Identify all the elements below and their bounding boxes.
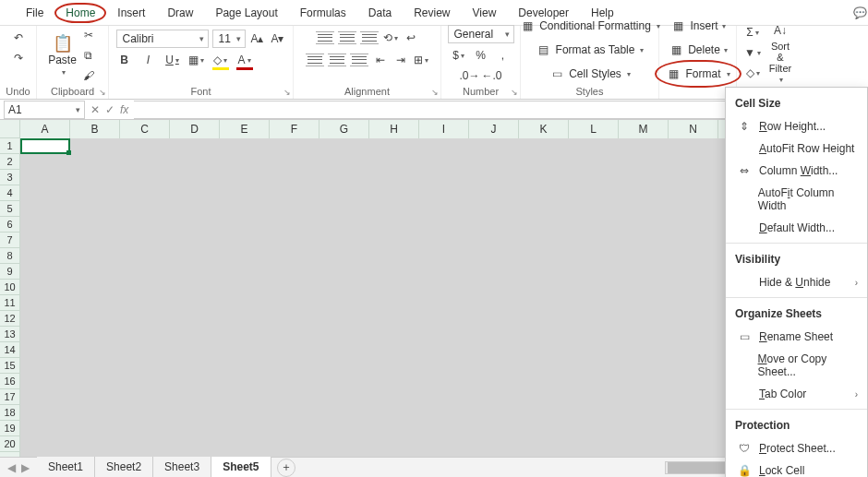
menu-column-width[interactable]: ⇔Column Width...	[726, 160, 867, 182]
font-color-button[interactable]: A▾	[236, 52, 253, 68]
comments-icon[interactable]: 💬	[851, 5, 868, 21]
increase-font-icon[interactable]: A▴	[249, 30, 266, 47]
bold-button[interactable]: B	[116, 52, 133, 68]
column-header[interactable]: G	[319, 120, 369, 138]
sheet-tab[interactable]: Sheet3	[153, 457, 211, 478]
enter-formula-icon[interactable]: ✓	[105, 103, 115, 116]
tab-home[interactable]: Home	[54, 3, 106, 23]
number-format-select[interactable]: General	[448, 25, 514, 43]
row-header[interactable]: 1	[0, 138, 19, 154]
row-header[interactable]: 9	[0, 264, 19, 280]
column-header[interactable]: M	[619, 120, 669, 138]
decrease-decimal-icon[interactable]: ←.0	[484, 67, 500, 84]
format-painter-icon[interactable]: 🖌	[80, 67, 97, 84]
column-header[interactable]: K	[519, 120, 569, 138]
column-header[interactable]: A	[20, 120, 70, 138]
column-header[interactable]: E	[220, 120, 270, 138]
sheet-tab[interactable]: Sheet1	[37, 457, 95, 478]
row-header[interactable]: 17	[0, 389, 19, 405]
menu-move-copy[interactable]: Move or Copy Sheet...	[726, 348, 867, 383]
clear-icon[interactable]: ◇▾	[744, 65, 761, 81]
row-header[interactable]: 13	[0, 327, 19, 342]
italic-button[interactable]: I	[140, 52, 157, 68]
font-size-select[interactable]: 11	[212, 30, 246, 48]
column-header[interactable]: J	[469, 120, 519, 138]
tab-page-layout[interactable]: Page Layout	[204, 1, 288, 25]
row-header[interactable]: 20	[0, 436, 19, 452]
active-cell[interactable]	[20, 138, 70, 154]
row-header[interactable]: 14	[0, 342, 19, 358]
alignment-launcher-icon[interactable]: ↘	[431, 88, 439, 97]
row-header[interactable]: 6	[0, 217, 19, 233]
insert-cells-button[interactable]: ▦Insert▾	[667, 16, 729, 36]
horizontal-align[interactable]	[306, 54, 368, 66]
row-headers[interactable]: 1234567891011121314151617181920	[0, 138, 20, 457]
undo-icon[interactable]: ↶	[10, 30, 27, 46]
row-header[interactable]: 18	[0, 405, 19, 421]
add-sheet-button[interactable]: ＋	[277, 459, 295, 477]
cancel-formula-icon[interactable]: ✕	[90, 103, 100, 116]
row-header[interactable]: 2	[0, 154, 19, 170]
column-header[interactable]: D	[170, 120, 220, 138]
merge-center-icon[interactable]: ⊞▾	[413, 52, 429, 68]
menu-default-width[interactable]: Default Width...	[726, 217, 867, 239]
menu-autofit-column[interactable]: AutoFit Column Width	[726, 182, 867, 217]
sort-filter-button[interactable]: A↓ Sort & Filter▾	[766, 22, 794, 84]
cut-icon[interactable]: ✂	[80, 27, 97, 43]
fx-icon[interactable]: fx	[120, 103, 128, 116]
tab-file[interactable]: File	[15, 1, 54, 25]
decrease-indent-icon[interactable]: ⇤	[372, 52, 389, 68]
row-header[interactable]: 11	[0, 295, 19, 311]
paste-button[interactable]: 📋 Paste ▾	[48, 35, 77, 77]
menu-hide-unhide[interactable]: Hide & Unhide›	[726, 271, 867, 293]
column-header[interactable]: C	[120, 120, 170, 138]
column-header[interactable]: I	[419, 120, 469, 138]
fill-icon[interactable]: ▼▾	[744, 44, 761, 61]
menu-rename-sheet[interactable]: ▭Rename Sheet	[726, 326, 867, 348]
column-header[interactable]: B	[70, 120, 120, 138]
font-launcher-icon[interactable]: ↘	[283, 88, 291, 97]
currency-icon[interactable]: $▾	[451, 47, 467, 64]
conditional-formatting-button[interactable]: ▦Conditional Formatting▾	[515, 16, 664, 36]
select-all-corner[interactable]	[0, 120, 20, 138]
increase-indent-icon[interactable]: ⇥	[392, 52, 409, 68]
borders-button[interactable]: ▦▾	[188, 52, 205, 68]
delete-cells-button[interactable]: ▦Delete▾	[664, 40, 731, 60]
number-launcher-icon[interactable]: ↘	[511, 88, 518, 97]
menu-row-height[interactable]: ⇕Row Row Height...Height...	[726, 115, 867, 137]
tab-view[interactable]: View	[462, 1, 508, 25]
autosum-icon[interactable]: Σ▾	[744, 24, 761, 41]
menu-lock-cell[interactable]: 🔒Lock Cell	[726, 459, 867, 477]
tab-draw[interactable]: Draw	[156, 1, 204, 25]
sheet-tab[interactable]: Sheet5	[211, 457, 271, 478]
row-header[interactable]: 10	[0, 280, 19, 295]
menu-protect-sheet[interactable]: 🛡Protect Sheet...	[726, 437, 867, 459]
row-header[interactable]: 4	[0, 185, 19, 201]
row-header[interactable]: 3	[0, 170, 19, 185]
wrap-text-icon[interactable]: ↩	[403, 30, 419, 46]
fill-color-button[interactable]: ◇▾	[212, 52, 229, 68]
sheet-tab[interactable]: Sheet2	[95, 457, 153, 478]
format-cells-button[interactable]: ▦Format▾	[662, 64, 734, 84]
orientation-icon[interactable]: ⟲▾	[382, 30, 399, 46]
column-header[interactable]: N	[669, 120, 718, 138]
row-header[interactable]: 15	[0, 358, 19, 374]
font-name-select[interactable]: Calibri	[116, 30, 209, 48]
row-header[interactable]: 5	[0, 201, 19, 217]
vertical-align[interactable]	[316, 31, 379, 44]
tab-formulas[interactable]: Formulas	[289, 1, 357, 25]
tab-review[interactable]: Review	[403, 1, 461, 25]
menu-tab-color[interactable]: Tab Color›	[726, 383, 867, 405]
tab-insert[interactable]: Insert	[106, 1, 156, 25]
increase-decimal-icon[interactable]: .0→	[462, 67, 478, 84]
menu-autofit-row[interactable]: AutoFit Row Height	[726, 137, 867, 160]
redo-icon[interactable]: ↷	[10, 50, 27, 66]
row-header[interactable]: 7	[0, 233, 19, 248]
sheet-nav-prev-icon[interactable]: ◀	[7, 461, 16, 474]
column-header[interactable]: F	[270, 120, 319, 138]
decrease-font-icon[interactable]: A▾	[270, 30, 286, 47]
row-header[interactable]: 8	[0, 248, 19, 264]
row-header[interactable]: 12	[0, 311, 19, 327]
percent-icon[interactable]: %	[473, 47, 489, 64]
clipboard-launcher-icon[interactable]: ↘	[99, 88, 106, 97]
